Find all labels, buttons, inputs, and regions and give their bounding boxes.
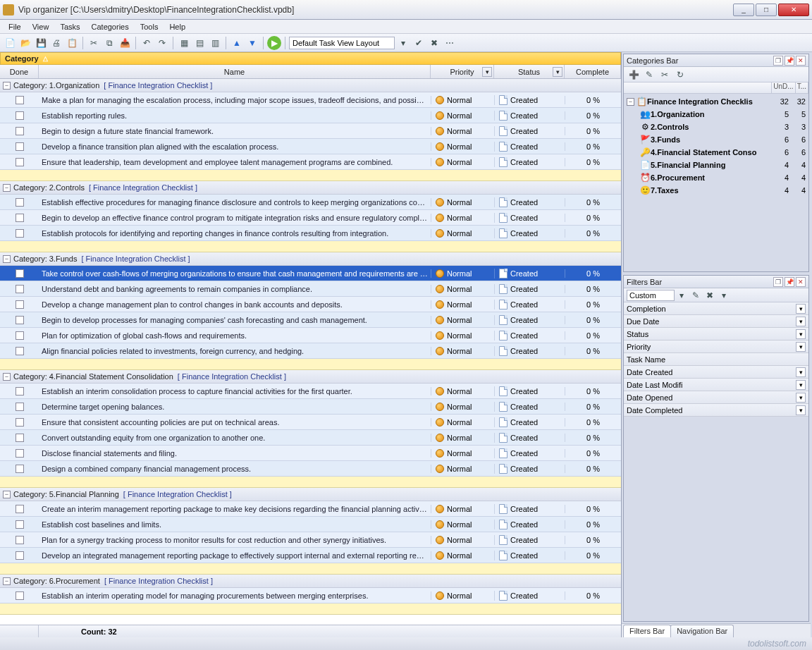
table-row[interactable]: Develop a finance transition plan aligne… xyxy=(0,139,621,154)
table-row[interactable]: Develop a change management plan to cont… xyxy=(0,297,621,312)
category-header[interactable]: −Category: 6.Procurement [ Finance Integ… xyxy=(0,575,621,588)
done-checkbox[interactable] xyxy=(16,449,24,458)
save-icon[interactable]: 💾 xyxy=(34,36,48,50)
category-node[interactable]: 👥1.Organization55 xyxy=(624,108,808,121)
down-icon[interactable]: ▼ xyxy=(245,36,259,50)
category-header[interactable]: −Category: 1.Organization [ Finance Inte… xyxy=(0,79,621,92)
status-filter-icon[interactable]: ▾ xyxy=(553,67,562,77)
table-row[interactable]: Establish reporting rules.NormalCreated0… xyxy=(0,108,621,123)
done-checkbox[interactable] xyxy=(16,465,24,473)
collapse-icon[interactable]: − xyxy=(3,373,11,381)
tab-filters-bar[interactable]: Filters Bar xyxy=(623,625,671,637)
group-by-row[interactable]: Category △ xyxy=(0,52,621,65)
done-checkbox[interactable] xyxy=(16,387,24,395)
priority-filter-icon[interactable]: ▾ xyxy=(482,67,492,77)
cat-delete-icon[interactable]: ✂ xyxy=(658,68,672,82)
category-node[interactable]: 🚩3.Funds66 xyxy=(624,133,808,146)
table-row[interactable]: Establish cost baselines and limits.Norm… xyxy=(0,517,621,532)
panel-restore-icon[interactable]: ❐ xyxy=(773,56,783,66)
done-checkbox[interactable] xyxy=(16,198,24,207)
dropdown-icon[interactable]: ▾ xyxy=(796,393,806,403)
task-list[interactable]: −Category: 1.Organization [ Finance Inte… xyxy=(0,79,621,625)
dropdown-icon[interactable]: ▾ xyxy=(796,317,806,326)
column-status[interactable]: Status▾ xyxy=(494,65,565,78)
print-icon[interactable]: 🖨 xyxy=(49,36,63,50)
paste-icon[interactable]: 📥 xyxy=(118,36,132,50)
done-checkbox[interactable] xyxy=(16,403,24,411)
filter-apply-icon[interactable]: ▾ xyxy=(675,288,689,302)
dropdown-icon[interactable]: ▾ xyxy=(796,367,806,377)
new-icon[interactable]: 📄 xyxy=(3,36,17,50)
layout-dropdown-icon[interactable]: ▾ xyxy=(396,36,410,50)
collapse-icon[interactable]: − xyxy=(3,82,11,90)
column-name[interactable]: Name xyxy=(39,65,431,78)
category-node[interactable]: 📄5.Financial Planning44 xyxy=(624,159,808,171)
table-row[interactable]: Determine target opening balances.Normal… xyxy=(0,399,621,415)
table-row[interactable]: Begin to design a future state financial… xyxy=(0,123,621,139)
table-row[interactable]: Take control over cash-flows of merging … xyxy=(0,266,621,281)
category-header[interactable]: −Category: 5.Financial Planning [ Financ… xyxy=(0,488,621,501)
done-checkbox[interactable] xyxy=(16,214,24,222)
dropdown-icon[interactable]: ▾ xyxy=(796,304,806,314)
clipboard-icon[interactable]: 📋 xyxy=(65,36,79,50)
category-header[interactable]: −Category: 3.Funds [ Finance Integration… xyxy=(0,252,621,266)
menu-file[interactable]: File xyxy=(4,21,25,32)
filter-row[interactable]: Date Last Modifi▾ xyxy=(624,379,808,391)
table-row[interactable]: Plan for a synergy tracking process to m… xyxy=(0,532,621,548)
dropdown-icon[interactable]: ▾ xyxy=(796,329,806,339)
dropdown-icon[interactable]: ▾ xyxy=(796,342,806,352)
cut-icon[interactable]: ✂ xyxy=(87,36,101,50)
filter-row[interactable]: Date Opened▾ xyxy=(624,391,808,404)
done-checkbox[interactable] xyxy=(16,434,24,442)
done-checkbox[interactable] xyxy=(16,158,24,166)
menu-help[interactable]: Help xyxy=(165,21,190,32)
table-row[interactable]: Understand debt and banking agreements t… xyxy=(0,281,621,297)
menu-view[interactable]: View xyxy=(28,21,54,32)
column-priority[interactable]: Priority▾ xyxy=(431,65,494,78)
apply-layout-icon[interactable]: ✔ xyxy=(412,36,426,50)
table-row[interactable]: Begin to develop an effective finance co… xyxy=(0,210,621,226)
table-row[interactable]: Convert outstanding equity from one orga… xyxy=(0,430,621,446)
table-row[interactable]: Ensure that leadership, team development… xyxy=(0,154,621,170)
table-row[interactable]: Ensure that consistent accounting polici… xyxy=(0,415,621,430)
collapse-icon[interactable]: − xyxy=(3,577,11,585)
minimize-button[interactable]: _ xyxy=(733,4,754,16)
cat-refresh-icon[interactable]: ↻ xyxy=(673,68,687,82)
done-checkbox[interactable] xyxy=(16,269,24,278)
table-row[interactable]: Begin to develop processes for managing … xyxy=(0,312,621,328)
done-checkbox[interactable] xyxy=(16,591,24,600)
menu-tools[interactable]: Tools xyxy=(136,21,163,32)
done-checkbox[interactable] xyxy=(16,536,24,544)
dropdown-icon[interactable]: ▾ xyxy=(796,405,806,415)
category-tree[interactable]: −📋Finance Integration Checklis3232👥1.Org… xyxy=(624,94,808,198)
done-checkbox[interactable] xyxy=(16,316,24,324)
tab-navigation-bar[interactable]: Navigation Bar xyxy=(670,625,734,637)
done-checkbox[interactable] xyxy=(16,520,24,529)
table-row[interactable]: Establish an interim consolidation proce… xyxy=(0,384,621,399)
filter-row[interactable]: Task Name xyxy=(624,353,808,366)
table-row[interactable]: Establish an interim operating model for… xyxy=(0,588,621,603)
group-icon[interactable]: ▦ xyxy=(177,36,191,50)
cat-edit-icon[interactable]: ✎ xyxy=(642,68,656,82)
undo-icon[interactable]: ↶ xyxy=(140,36,154,50)
delete-layout-icon[interactable]: ✖ xyxy=(427,36,441,50)
category-node[interactable]: −📋Finance Integration Checklis3232 xyxy=(624,95,808,108)
filter-save-icon[interactable]: ✎ xyxy=(689,288,703,302)
table-row[interactable]: Design a combined company financial mana… xyxy=(0,461,621,477)
table-row[interactable]: Establish protocols for identifying and … xyxy=(0,226,621,241)
category-node[interactable]: ⚙2.Controls33 xyxy=(624,121,808,133)
done-checkbox[interactable] xyxy=(16,285,24,293)
category-header[interactable]: −Category: 2.Controls [ Finance Integrat… xyxy=(0,181,621,195)
table-row[interactable]: Establish effective procedures for manag… xyxy=(0,195,621,210)
redo-icon[interactable]: ↷ xyxy=(155,36,169,50)
cat-col-total[interactable]: T... xyxy=(796,82,808,93)
panel-pin-icon[interactable]: 📌 xyxy=(785,277,794,287)
category-header[interactable]: −Category: 4.Financial Statement Consoli… xyxy=(0,370,621,384)
filter-row[interactable]: Status▾ xyxy=(624,328,808,341)
category-node[interactable]: ⏰6.Procurement44 xyxy=(624,171,808,184)
maximize-button[interactable]: □ xyxy=(756,4,777,16)
up-icon[interactable]: ▲ xyxy=(230,36,244,50)
table-row[interactable]: Align financial policies related to inve… xyxy=(0,343,621,359)
cat-new-icon[interactable]: ➕ xyxy=(627,68,641,82)
done-checkbox[interactable] xyxy=(16,300,24,309)
